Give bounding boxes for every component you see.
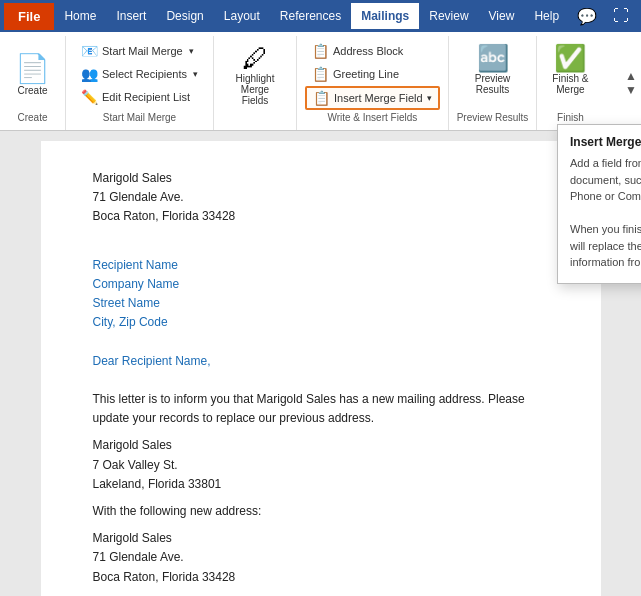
highlight-button[interactable]: 🖊 HighlightMerge Fields bbox=[222, 40, 288, 111]
edit-recipients-icon: ✏️ bbox=[81, 89, 98, 105]
tab-insert[interactable]: Insert bbox=[106, 3, 156, 29]
preview-results-label: PreviewResults bbox=[475, 73, 511, 95]
tab-references[interactable]: References bbox=[270, 3, 351, 29]
finish-merge-button[interactable]: ✅ Finish &Merge bbox=[545, 40, 595, 100]
tab-review[interactable]: Review bbox=[419, 3, 478, 29]
start-mail-merge-icon: 📧 bbox=[81, 43, 98, 59]
edit-recipients-label: Edit Recipient List bbox=[102, 91, 190, 103]
merge-fields-block: Recipient Name Company Name Street Name … bbox=[93, 256, 549, 333]
document-area: Marigold Sales 71 Glendale Ave. Boca Rat… bbox=[0, 131, 641, 596]
write-insert-group-label: Write & Insert Fields bbox=[327, 110, 417, 126]
tooltip-title: Insert Merge Field bbox=[570, 135, 641, 149]
write-insert-col: 📋 Address Block 📋 Greeting Line 📋 Insert… bbox=[305, 40, 440, 110]
start-mail-merge-group-label: Start Mail Merge bbox=[103, 110, 176, 126]
address-block-icon: 📋 bbox=[312, 43, 329, 59]
ribbon-group-highlight: 🖊 HighlightMerge Fields bbox=[214, 36, 297, 130]
ribbon-tabs: File Home Insert Design Layout Reference… bbox=[0, 0, 641, 32]
ribbon: 📄 Create Create 📧 Start Mail Merge ▾ 👥 S… bbox=[0, 32, 641, 131]
old-addr-line2: 7 Oak Valley St. bbox=[93, 456, 549, 475]
header-line2: 71 Glendale Ave. bbox=[93, 188, 549, 207]
create-group-label: Create bbox=[17, 110, 47, 126]
new-address-block: Marigold Sales 71 Glendale Ave. Boca Rat… bbox=[93, 529, 549, 587]
ribbon-group-preview: 🔤 PreviewResults Preview Results bbox=[449, 36, 538, 130]
new-addr-line1: Marigold Sales bbox=[93, 529, 549, 548]
address-block-button[interactable]: 📋 Address Block bbox=[305, 40, 440, 62]
insert-merge-field-button[interactable]: 📋 Insert Merge Field ▾ bbox=[305, 86, 440, 110]
finish-merge-icon: ✅ bbox=[554, 45, 586, 71]
preview-results-icon: 🔤 bbox=[477, 45, 509, 71]
header-line3: Boca Raton, Florida 33428 bbox=[93, 207, 549, 226]
create-label: Create bbox=[17, 85, 47, 96]
city-zip-field: City, Zip Code bbox=[93, 315, 168, 329]
tooltip-para2: When you finish the mail merge, Word wil… bbox=[570, 223, 641, 268]
address-block-label: Address Block bbox=[333, 45, 403, 57]
greeting-line-label: Greeting Line bbox=[333, 68, 399, 80]
create-buttons: 📄 Create bbox=[8, 40, 57, 110]
ribbon-group-write-insert: 📋 Address Block 📋 Greeting Line 📋 Insert… bbox=[297, 36, 449, 130]
greeting-line-button[interactable]: 📋 Greeting Line bbox=[305, 63, 440, 85]
create-icon: 📄 bbox=[15, 55, 50, 83]
comments-icon[interactable]: 💬 bbox=[569, 3, 605, 30]
tab-mailings[interactable]: Mailings bbox=[351, 3, 419, 29]
insert-merge-field-arrow: ▾ bbox=[427, 93, 432, 103]
old-addr-line1: Marigold Sales bbox=[93, 436, 549, 455]
tab-view[interactable]: View bbox=[479, 3, 525, 29]
ribbon-group-start-mail-merge: 📧 Start Mail Merge ▾ 👥 Select Recipients… bbox=[66, 36, 214, 130]
finish-merge-label: Finish &Merge bbox=[552, 73, 588, 95]
header-line1: Marigold Sales bbox=[93, 169, 549, 188]
start-mail-merge-arrow: ▾ bbox=[189, 46, 194, 56]
select-recipients-arrow: ▾ bbox=[193, 69, 198, 79]
select-recipients-label: Select Recipients bbox=[102, 68, 187, 80]
tab-help[interactable]: Help bbox=[524, 3, 569, 29]
new-addr-line2: 71 Glendale Ave. bbox=[93, 548, 549, 567]
start-mail-merge-col: 📧 Start Mail Merge ▾ 👥 Select Recipients… bbox=[74, 40, 205, 108]
company-name-field: Company Name bbox=[93, 277, 180, 291]
tab-home[interactable]: Home bbox=[54, 3, 106, 29]
share-icon[interactable]: ⛶ bbox=[605, 3, 637, 29]
insert-merge-field-icon: 📋 bbox=[313, 90, 330, 106]
file-tab[interactable]: File bbox=[4, 3, 54, 30]
body-paragraph-1: This letter is to inform you that Marigo… bbox=[93, 390, 549, 428]
header-address-block: Marigold Sales 71 Glendale Ave. Boca Rat… bbox=[93, 169, 549, 227]
create-button[interactable]: 📄 Create bbox=[8, 50, 57, 101]
select-recipients-icon: 👥 bbox=[81, 66, 98, 82]
insert-merge-field-tooltip: Insert Merge Field Add a field from your… bbox=[557, 124, 641, 284]
old-addr-line3: Lakeland, Florida 33801 bbox=[93, 475, 549, 494]
new-addr-line3: Boca Raton, Florida 33428 bbox=[93, 568, 549, 587]
tab-design[interactable]: Design bbox=[156, 3, 213, 29]
body-paragraph-2: With the following new address: bbox=[93, 502, 549, 521]
edit-recipient-list-button[interactable]: ✏️ Edit Recipient List bbox=[74, 86, 205, 108]
tab-layout[interactable]: Layout bbox=[214, 3, 270, 29]
tooltip-body: Add a field from your recipient list to … bbox=[570, 155, 641, 271]
ribbon-group-finish: ✅ Finish &Merge Finish bbox=[537, 36, 603, 130]
preview-results-button[interactable]: 🔤 PreviewResults bbox=[468, 40, 518, 100]
preview-group-label: Preview Results bbox=[457, 110, 529, 126]
document-page: Marigold Sales 71 Glendale Ave. Boca Rat… bbox=[41, 141, 601, 596]
ribbon-scroll-up[interactable]: ▲▼ bbox=[625, 36, 641, 130]
old-address-block: Marigold Sales 7 Oak Valley St. Lakeland… bbox=[93, 436, 549, 494]
start-mail-merge-label: Start Mail Merge bbox=[102, 45, 183, 57]
street-name-field: Street Name bbox=[93, 296, 160, 310]
salutation: Dear Recipient Name, bbox=[93, 352, 549, 371]
tooltip-para1: Add a field from your recipient list to … bbox=[570, 157, 641, 202]
greeting-line-icon: 📋 bbox=[312, 66, 329, 82]
highlight-icon: 🖊 bbox=[242, 45, 268, 71]
insert-merge-field-label: Insert Merge Field bbox=[334, 92, 423, 104]
start-mail-merge-button[interactable]: 📧 Start Mail Merge ▾ bbox=[74, 40, 205, 62]
recipient-name-field: Recipient Name bbox=[93, 258, 178, 272]
select-recipients-button[interactable]: 👥 Select Recipients ▾ bbox=[74, 63, 205, 85]
salutation-text: Dear Recipient Name, bbox=[93, 354, 211, 368]
highlight-label: HighlightMerge Fields bbox=[229, 73, 281, 106]
ribbon-group-create: 📄 Create Create bbox=[0, 36, 66, 130]
